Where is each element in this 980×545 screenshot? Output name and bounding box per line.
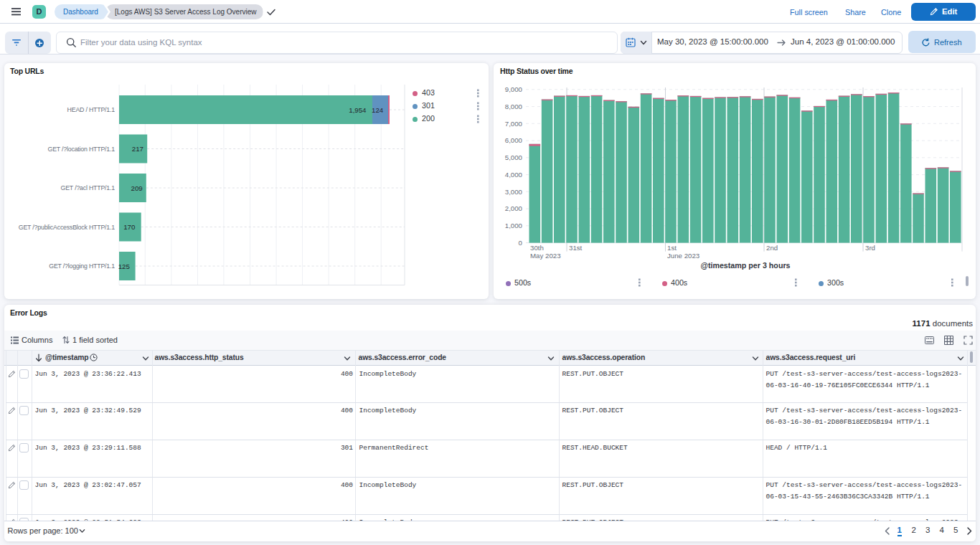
svg-text:2nd: 2nd <box>766 244 778 252</box>
svg-text:217: 217 <box>132 145 143 153</box>
svg-text:9,000: 9,000 <box>505 85 523 93</box>
svg-text:June 2023: June 2023 <box>667 252 699 260</box>
svg-text:@timestamp per 3 hours: @timestamp per 3 hours <box>700 261 790 270</box>
svg-text:5,000: 5,000 <box>505 153 523 161</box>
svg-text:209: 209 <box>131 184 143 192</box>
svg-text:3rd: 3rd <box>865 244 875 252</box>
svg-text:3,000: 3,000 <box>505 188 523 196</box>
svg-text:1,000: 1,000 <box>505 222 523 229</box>
svg-text:8,000: 8,000 <box>505 103 523 110</box>
svg-text:31st: 31st <box>569 244 583 252</box>
svg-text:GET /?acl HTTP/1.1: GET /?acl HTTP/1.1 <box>61 184 116 191</box>
svg-text:170: 170 <box>123 223 136 231</box>
svg-text:GET /?publicAccessBlock HTTP/1: GET /?publicAccessBlock HTTP/1.1 <box>19 224 116 231</box>
svg-text:GET /?logging HTTP/1.1: GET /?logging HTTP/1.1 <box>49 262 115 270</box>
svg-text:7,000: 7,000 <box>505 120 523 128</box>
svg-text:1st: 1st <box>667 244 677 252</box>
svg-text:6,000: 6,000 <box>505 136 523 144</box>
svg-text:124: 124 <box>372 106 384 114</box>
svg-text:HEAD / HTTP/1.1: HEAD / HTTP/1.1 <box>67 106 116 113</box>
svg-text:May 2023: May 2023 <box>530 252 561 260</box>
svg-text:30th: 30th <box>530 244 544 252</box>
svg-text:GET /?location HTTP/1.1: GET /?location HTTP/1.1 <box>47 146 115 153</box>
svg-text:0: 0 <box>519 239 523 247</box>
svg-text:125: 125 <box>118 262 130 270</box>
svg-text:2,000: 2,000 <box>505 204 523 212</box>
svg-text:1,954: 1,954 <box>349 106 367 114</box>
svg-text:4,000: 4,000 <box>505 171 523 179</box>
